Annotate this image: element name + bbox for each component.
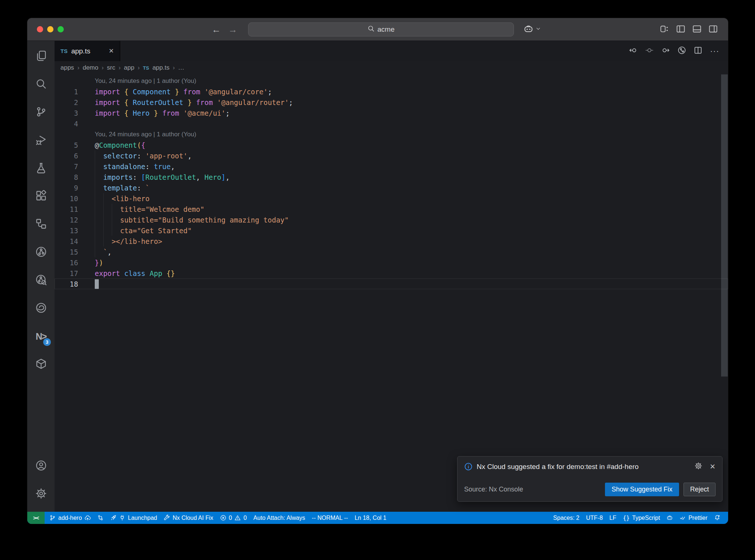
launchpad-status[interactable]: Launchpad xyxy=(107,512,160,524)
indent-guide xyxy=(103,225,104,236)
forward-arrow-icon[interactable]: → xyxy=(228,24,237,35)
code-line[interactable]: 1import { Component } from '@angular/cor… xyxy=(55,86,728,97)
remote-indicator[interactable]: >< xyxy=(27,512,45,524)
activity-bar-item-containers[interactable] xyxy=(27,350,55,378)
layout-controls xyxy=(660,18,718,41)
copilot-status[interactable] xyxy=(663,512,676,524)
chevron-right-icon: › xyxy=(77,64,79,71)
code-line[interactable]: 13 cta="Get Started" xyxy=(55,225,728,236)
code-line[interactable]: 15 `, xyxy=(55,246,728,257)
notifications-status[interactable] xyxy=(711,512,724,524)
activity-bar-item-search[interactable] xyxy=(27,70,55,98)
status-text: add-hero xyxy=(58,515,82,521)
line-number: 11 xyxy=(55,205,88,213)
split-editor-button[interactable] xyxy=(694,46,702,56)
nav-current-button[interactable] xyxy=(645,46,654,56)
code-line[interactable]: 6 selector: 'app-root', xyxy=(55,150,728,161)
back-arrow-icon[interactable]: ← xyxy=(212,24,221,35)
status-text: Prettier xyxy=(688,515,707,521)
circle-graph-icon xyxy=(35,246,47,259)
activity-bar-item-accounts[interactable] xyxy=(27,452,55,480)
minimize-window-button[interactable] xyxy=(47,26,53,32)
breadcrumb-item-demo[interactable]: demo xyxy=(83,64,98,71)
reject-button[interactable]: Reject xyxy=(683,483,716,496)
code-line[interactable]: 3import { Hero } from '@acme/ui'; xyxy=(55,108,728,118)
more-actions-button[interactable]: ··· xyxy=(710,46,719,56)
vim-mode-status[interactable]: -- NORMAL -- xyxy=(309,512,351,524)
code-line[interactable]: 9 template: ` xyxy=(55,182,728,193)
code-line[interactable]: 17export class App {} xyxy=(55,268,728,279)
breadcrumb-item-apps[interactable]: apps xyxy=(60,64,74,71)
indentation-status[interactable]: Spaces: 2 xyxy=(550,512,583,524)
close-window-button[interactable] xyxy=(37,26,43,32)
code-line[interactable]: 18 xyxy=(55,279,728,289)
code-line[interactable]: 14 ></lib-hero> xyxy=(55,236,728,246)
breadcrumb-item-app[interactable]: app xyxy=(124,64,134,71)
code-text: template: ` xyxy=(88,184,150,192)
error-icon xyxy=(220,515,226,521)
notification-settings-gear-icon[interactable] xyxy=(695,462,702,471)
code-line[interactable]: 16}) xyxy=(55,257,728,268)
run-graph-button[interactable] xyxy=(678,46,686,56)
copilot-menu[interactable] xyxy=(523,18,541,41)
command-center-search[interactable]: acme xyxy=(248,22,514,36)
activity-bar-item-edge-tools[interactable] xyxy=(27,294,55,322)
nav-forward-button[interactable] xyxy=(661,46,670,56)
line-number: 16 xyxy=(55,259,88,267)
code-line[interactable]: 11 title="Welcmoe demo" xyxy=(55,204,728,214)
remote-icon: >< xyxy=(33,515,39,521)
code-line[interactable]: 7 standalone: true, xyxy=(55,161,728,172)
branch-status[interactable]: add-hero xyxy=(46,512,94,524)
status-text: TypeScript xyxy=(632,515,660,521)
code-text: import { Component } from '@angular/core… xyxy=(88,88,272,96)
activity-bar-item-manage-settings[interactable] xyxy=(27,480,55,508)
zoom-window-button[interactable] xyxy=(58,26,64,32)
nx-cloud-ai-fix-status[interactable]: Nx Cloud AI Fix xyxy=(160,512,216,524)
encoding-status[interactable]: UTF-8 xyxy=(583,512,606,524)
activity-bar-item-git-graph[interactable] xyxy=(27,238,55,266)
code-line[interactable]: 5@Component({ xyxy=(55,140,728,150)
close-tab-icon[interactable]: ✕ xyxy=(109,47,114,55)
status-text: Spaces: 2 xyxy=(553,515,580,521)
customize-layout-icon xyxy=(660,28,669,35)
activity-bar-item-project-diagram[interactable] xyxy=(27,210,55,238)
activity-bar-item-testing[interactable] xyxy=(27,154,55,182)
activity-bar-item-nx-console[interactable]: N>3 xyxy=(27,322,55,350)
activity-bar-item-explorer[interactable] xyxy=(27,42,55,70)
auto-attach-status[interactable]: Auto Attach: Always xyxy=(250,512,309,524)
show-suggested-fix-button[interactable]: Show Suggested Fix xyxy=(605,483,679,496)
extensions-icon xyxy=(35,190,47,203)
toggle-secondary-sidebar-button[interactable] xyxy=(709,24,718,35)
notification-close-icon[interactable]: ✕ xyxy=(710,462,716,471)
customize-layout-button[interactable] xyxy=(660,24,669,35)
notification-source: Source: Nx Console xyxy=(464,486,605,493)
problems-status[interactable]: 00 xyxy=(217,512,250,524)
code-line[interactable]: 12 subtitle="Build something amazing tod… xyxy=(55,214,728,225)
breadcrumb-item-file[interactable]: app.ts xyxy=(152,64,169,71)
toggle-panel-button[interactable] xyxy=(692,24,702,35)
status-text: Auto Attach: Always xyxy=(253,515,305,521)
code-line[interactable]: 10 <lib-hero xyxy=(55,193,728,204)
status-text: Launchpad xyxy=(128,515,157,521)
eol-status[interactable]: LF xyxy=(606,512,620,524)
line-number: 8 xyxy=(55,173,88,181)
activity-bar-item-gitlens-inspect[interactable] xyxy=(27,266,55,294)
indent-guide xyxy=(95,193,95,204)
code-text: export class App {} xyxy=(88,269,175,277)
nav-back-button[interactable] xyxy=(629,46,637,56)
tab-app-ts[interactable]: TS app.ts ✕ xyxy=(55,41,120,61)
language-status[interactable]: {}TypeScript xyxy=(620,512,664,524)
formatter-status[interactable]: Prettier xyxy=(676,512,711,524)
activity-bar-item-extensions[interactable] xyxy=(27,182,55,210)
toggle-sidebar-button[interactable] xyxy=(676,24,685,35)
code-line[interactable]: 4 xyxy=(55,118,728,129)
code-line[interactable]: 8 imports: [RouterOutlet, Hero], xyxy=(55,172,728,182)
git-compare-status[interactable] xyxy=(94,512,107,524)
code-line[interactable]: 2import { RouterOutlet } from '@angular/… xyxy=(55,97,728,108)
breadcrumb-symbol-path[interactable]: … xyxy=(178,64,184,71)
cursor-position-status[interactable]: Ln 18, Col 1 xyxy=(351,512,390,524)
code-editor[interactable]: You, 24 minutes ago | 1 author (You)1imp… xyxy=(55,74,728,512)
activity-bar-item-run-and-debug[interactable] xyxy=(27,126,55,154)
activity-bar-item-source-control[interactable] xyxy=(27,98,55,126)
breadcrumb-item-src[interactable]: src xyxy=(107,64,115,71)
